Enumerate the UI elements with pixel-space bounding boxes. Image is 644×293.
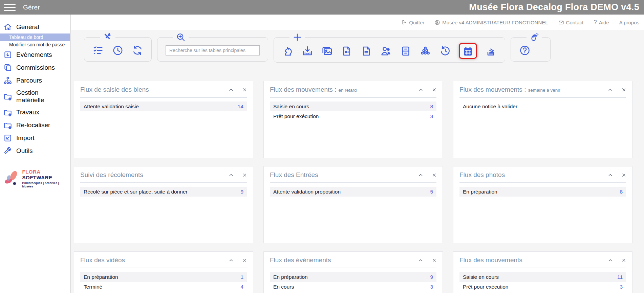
widget-row[interactable]: Prêt pour exécution3 — [459, 282, 626, 292]
sidebar-item-relocaliser[interactable]: Re-localiser — [0, 119, 70, 132]
widget-flux-mouvements-semaine: Flux des mouvements :semaine à venir Auc… — [453, 81, 632, 158]
row-count: 5 — [430, 189, 433, 195]
linkbar: Quitter Musée v4 ADMINISTRATEUR FONCTION… — [71, 15, 644, 30]
folder-globe-icon — [3, 92, 12, 101]
home-icon — [3, 23, 12, 31]
widget-row[interactable]: Attente validation proposition5 — [270, 187, 436, 197]
folder-globe-icon — [3, 108, 12, 117]
sidebar-item-gestion-materielle[interactable]: Gestion matérielle — [0, 87, 70, 106]
photos-icon[interactable] — [321, 45, 333, 57]
logo-brand: FLORA SOFTWARE — [22, 169, 68, 180]
sidebar-item-tableau-de-bord[interactable]: Tableau de bord — [0, 33, 70, 41]
close-icon[interactable] — [432, 88, 436, 92]
question-icon: ? — [594, 19, 597, 26]
gesture-hand-icon — [529, 32, 539, 42]
checklist-icon[interactable] — [92, 45, 104, 56]
main-content: Flux de saisie des biens Attente validat… — [71, 30, 644, 293]
cluster-icon[interactable] — [420, 45, 431, 57]
people-icon[interactable] — [380, 45, 392, 57]
cabinet-icon[interactable] — [400, 45, 411, 57]
close-icon[interactable] — [622, 173, 626, 177]
sidebar-item-parcours[interactable]: Parcours — [0, 74, 70, 87]
refresh-icon[interactable] — [132, 45, 143, 56]
widget-row[interactable]: Terminé4 — [80, 282, 247, 292]
logout-icon — [402, 20, 407, 25]
app-title: Musée Flora Decalog Flora DEMO v4.5 — [469, 2, 639, 13]
contact-link[interactable]: Contact — [558, 20, 584, 25]
collapse-icon[interactable] — [229, 87, 234, 92]
aide-link[interactable]: ? Aide — [594, 19, 609, 26]
row-count: 8 — [620, 189, 623, 195]
widget-suivi-recolements: Suivi des récolements Récolé sur pièce e… — [74, 166, 253, 243]
row-count: 14 — [238, 104, 243, 110]
quitter-link[interactable]: Quitter — [402, 20, 424, 25]
import-tray-icon[interactable] — [302, 45, 313, 57]
sidebar-item-commissions[interactable]: Commissions — [0, 61, 70, 74]
main-search-input[interactable] — [166, 45, 260, 55]
widget-flux-entrees: Flux des Entrées Attente validation prop… — [263, 166, 443, 243]
tools-icon — [103, 32, 113, 42]
folder-globe-icon — [3, 121, 12, 130]
widget-row[interactable]: Attente validation saisie14 — [80, 102, 247, 111]
collapse-icon[interactable] — [229, 173, 234, 178]
menu-icon[interactable] — [4, 4, 16, 11]
widget-flux-photos: Flux des photos En préparation8 — [453, 166, 632, 243]
close-icon[interactable] — [432, 258, 436, 263]
row-count: 3 — [430, 284, 433, 290]
sidebar-item-general[interactable]: Général — [0, 21, 70, 33]
collapse-icon[interactable] — [608, 258, 613, 263]
collapse-icon[interactable] — [418, 173, 423, 178]
close-icon[interactable] — [242, 258, 247, 263]
apropos-link[interactable]: A propos — [619, 20, 639, 25]
clock-icon[interactable] — [112, 45, 124, 56]
widget-flux-saisie-biens: Flux de saisie des biens Attente validat… — [74, 81, 253, 158]
row-count: 1 — [240, 274, 243, 280]
widget-row[interactable]: Récolé sur pièce et sur place, suite à d… — [80, 187, 247, 197]
widget-title: Flux des photos — [459, 171, 507, 179]
close-icon[interactable] — [242, 173, 247, 177]
menu-label[interactable]: Gérer — [23, 4, 40, 11]
widget-row[interactable]: Saisie en cours11 — [459, 272, 626, 282]
app-window: Gérer Musée Flora Decalog Flora DEMO v4.… — [0, 0, 644, 293]
row-count: 11 — [617, 274, 623, 280]
collapse-icon[interactable] — [418, 258, 423, 263]
sidebar-item-outils[interactable]: Outils — [0, 144, 70, 157]
widget-row[interactable]: Prêt pour exécution3 — [270, 111, 436, 121]
widget-row[interactable]: En préparation1 — [80, 272, 247, 282]
video-file-icon[interactable] — [341, 45, 352, 57]
close-icon[interactable] — [432, 173, 436, 177]
widget-title: Flux des mouvements :semaine à venir — [459, 86, 560, 93]
document-icon[interactable] — [361, 45, 372, 57]
user-link[interactable]: Musée v4 ADMINISTRATEUR FONCTIONNEL — [434, 20, 548, 25]
widget-row[interactable]: Saisie en cours8 — [270, 102, 436, 111]
collapse-icon[interactable] — [608, 87, 613, 92]
row-count: 9 — [430, 274, 433, 280]
history-icon[interactable] — [439, 45, 451, 57]
sidebar-item-modifier-mot-de-passe[interactable]: Modifier son mot de passe — [0, 41, 70, 48]
widget-flux-mouvements: Flux des mouvements Saisie en cours11 Pr… — [453, 251, 632, 293]
help-icon[interactable] — [519, 45, 531, 56]
widget-row[interactable]: En préparation8 — [459, 187, 626, 197]
row-count: 9 — [240, 189, 243, 195]
import-icon — [3, 134, 12, 142]
calendar-icon[interactable] — [462, 46, 474, 57]
close-icon[interactable] — [242, 88, 247, 92]
knight-icon[interactable] — [282, 45, 294, 57]
widget-row[interactable]: En cours3 — [270, 282, 436, 292]
sidebar-item-evenements[interactable]: Evènements — [0, 48, 70, 61]
events-icon — [3, 50, 12, 59]
collapse-icon[interactable] — [418, 87, 423, 92]
collapse-icon[interactable] — [229, 258, 234, 263]
widget-title: Flux des mouvements :en retard — [270, 86, 357, 93]
sidebar-item-import[interactable]: Import — [0, 132, 70, 144]
close-icon[interactable] — [622, 88, 626, 92]
widget-row[interactable]: En préparation9 — [270, 272, 436, 282]
widget-title: Flux des vidéos — [80, 256, 127, 264]
close-icon[interactable] — [622, 258, 626, 263]
collapse-icon[interactable] — [608, 173, 613, 178]
sidebar-item-travaux[interactable]: Travaux — [0, 106, 70, 119]
logo-tagline: Bibliothèques | Archives | Musées — [22, 181, 68, 188]
commissions-icon — [3, 63, 12, 72]
stack-icon[interactable] — [485, 45, 497, 57]
flora-butterfly-icon — [3, 169, 19, 188]
